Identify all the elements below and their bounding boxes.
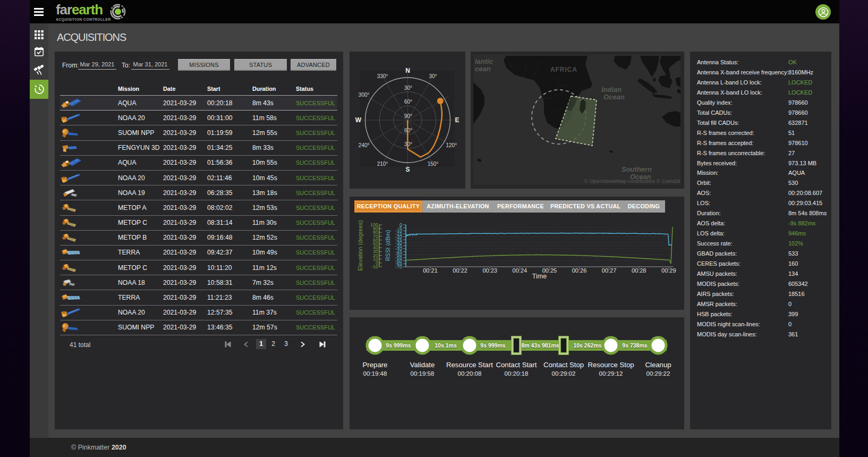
svg-text:240°: 240° (359, 142, 370, 148)
svg-text:150°: 150° (428, 161, 439, 167)
svg-text:Ocean: Ocean (603, 93, 625, 101)
svg-text:Southern: Southern (622, 165, 652, 173)
svg-text:330°: 330° (377, 73, 388, 79)
svg-text:300°: 300° (359, 92, 370, 98)
svg-text:120°: 120° (446, 142, 457, 148)
svg-text:-10: -10 (371, 264, 378, 269)
svg-text:00:22: 00:22 (453, 267, 467, 274)
svg-text:00:23: 00:23 (482, 267, 497, 274)
svg-text:00:28: 00:28 (632, 267, 646, 274)
svg-text:00:24: 00:24 (513, 267, 527, 274)
svg-text:-70: -70 (395, 264, 402, 269)
svg-text:RSSI (dBm): RSSI (dBm) (385, 230, 391, 261)
svg-text:© OpenStreetMap contributors ©: © OpenStreetMap contributors © CartoDB (584, 178, 680, 184)
svg-text:N: N (405, 67, 410, 74)
svg-text:Indian: Indian (601, 86, 622, 94)
svg-text:Elevation (degrees): Elevation (degrees) (357, 220, 363, 270)
svg-text:30°: 30° (404, 85, 412, 91)
svg-text:00:26: 00:26 (572, 267, 587, 274)
svg-text:210°: 210° (377, 161, 388, 167)
svg-text:E: E (455, 116, 459, 124)
svg-text:S: S (405, 166, 410, 173)
svg-text:30°: 30° (429, 73, 437, 79)
svg-text:00:29: 00:29 (661, 267, 676, 274)
svg-text:W: W (355, 116, 362, 124)
svg-text:cean: cean (475, 65, 491, 73)
svg-text:lantic: lantic (475, 57, 493, 65)
svg-text:60°: 60° (404, 99, 412, 105)
svg-text:00:21: 00:21 (423, 267, 438, 274)
svg-text:Time: Time (532, 273, 547, 280)
svg-text:90°: 90° (404, 113, 412, 119)
svg-text:AFRICA: AFRICA (550, 66, 577, 73)
svg-text:00:27: 00:27 (602, 267, 617, 274)
